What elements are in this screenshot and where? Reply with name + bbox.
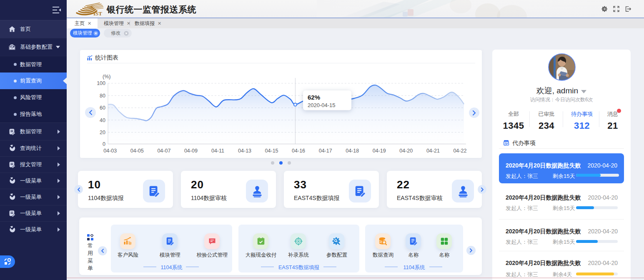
svg-text:04-22: 04-22 xyxy=(453,148,466,154)
svg-text:04-13: 04-13 xyxy=(238,148,251,154)
svg-text:0: 0 xyxy=(103,141,105,147)
svg-text:60: 60 xyxy=(100,105,105,111)
svg-text:04-07: 04-07 xyxy=(157,148,170,154)
svg-text:04-11: 04-11 xyxy=(211,148,224,154)
svg-text:04-05: 04-05 xyxy=(130,148,144,154)
svg-text:20: 20 xyxy=(100,130,105,135)
svg-text:04-17: 04-17 xyxy=(319,148,332,154)
svg-text:2020-04-15: 2020-04-15 xyxy=(308,102,336,108)
svg-text:62%: 62% xyxy=(308,94,320,101)
svg-text:80: 80 xyxy=(100,93,105,99)
svg-text:IST: IST xyxy=(93,10,102,17)
svg-text:04-19: 04-19 xyxy=(373,148,386,154)
svg-text:04-21: 04-21 xyxy=(426,148,440,154)
svg-text:04-15: 04-15 xyxy=(265,148,278,154)
svg-text:40: 40 xyxy=(100,118,105,123)
svg-text:04-09: 04-09 xyxy=(184,148,198,154)
svg-text:04-03: 04-03 xyxy=(103,148,117,154)
svg-text:(%): (%) xyxy=(103,74,110,80)
svg-text:04-20: 04-20 xyxy=(399,148,413,154)
svg-text:04-16: 04-16 xyxy=(292,148,305,154)
svg-text:100: 100 xyxy=(97,80,105,86)
svg-text:04-18: 04-18 xyxy=(346,148,359,154)
